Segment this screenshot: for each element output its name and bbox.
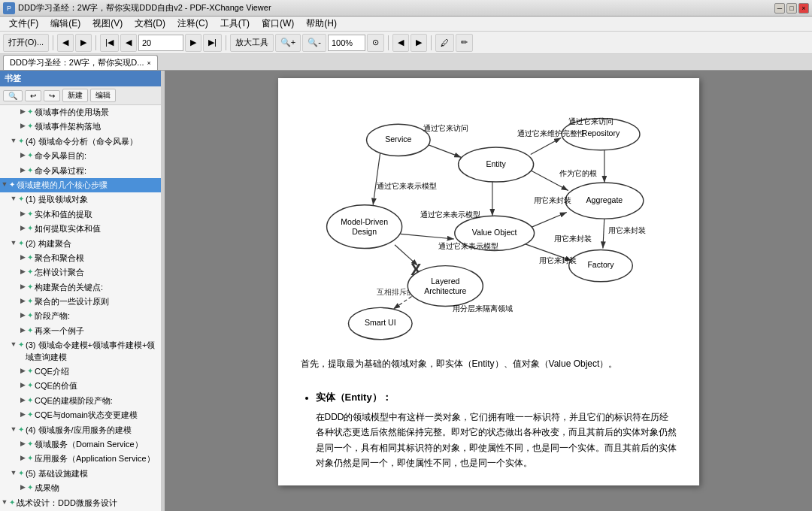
menu-view[interactable]: 视图(V) [86, 16, 129, 32]
menu-document[interactable]: 文档(D) [129, 16, 171, 32]
page-view[interactable]: X 互相排斥的选择 Service Entity Repository [165, 71, 812, 511]
sidebar-tree-item-s10[interactable]: ▼✦(2) 构建聚合 [0, 237, 161, 251]
bookmark-icon: ✦ [27, 310, 33, 321]
sidebar-icon-2[interactable]: ↩ [25, 90, 41, 101]
sidebar-tree-item-s5[interactable]: ▶✦命令风暴过程: [0, 164, 161, 178]
tree-item-label: 领域事件的使用场景 [35, 107, 161, 118]
tree-toggle-icon[interactable]: ▼ [9, 136, 18, 146]
menu-help[interactable]: 帮助(H) [300, 16, 343, 32]
sidebar-tree-item-s27[interactable]: ▼✦战术设计：DDD微服务设计 [0, 496, 161, 510]
tree-toggle-icon[interactable]: ▼ [9, 468, 18, 478]
bookmark-icon: ✦ [18, 136, 24, 147]
tree-toggle-icon[interactable]: ▼ [0, 497, 9, 507]
zoom-out-button[interactable]: 🔍- [302, 34, 326, 52]
tree-toggle-icon[interactable]: ▶ [18, 439, 27, 449]
arrow-label-access-2: 通过它来访问 [568, 117, 613, 125]
sidebar-tree-item-s20[interactable]: ▶✦CQE的建模阶段产物: [0, 394, 161, 408]
nav-btn-2[interactable]: ▶ [411, 34, 427, 52]
first-page-button[interactable]: |◀ [100, 34, 119, 52]
close-button[interactable]: × [798, 3, 809, 14]
tree-toggle-icon[interactable]: ▶ [18, 282, 27, 292]
sidebar-tree-item-s11[interactable]: ▶✦聚合和聚合根 [0, 251, 161, 265]
sidebar-icon-3[interactable]: ↪ [44, 90, 60, 101]
sidebar-tree-item-s26[interactable]: ▶✦成果物 [0, 481, 161, 495]
open-button[interactable]: 打开(O)... [3, 34, 49, 52]
tree-toggle-icon[interactable]: ▼ [9, 425, 18, 434]
tree-toggle-icon[interactable]: ▶ [18, 453, 27, 463]
nav-btn-1[interactable]: ◀ [392, 34, 409, 52]
sidebar-tree-item-s23[interactable]: ▶✦领域服务（Domain Service） [0, 437, 161, 452]
tree-toggle-icon[interactable]: ▶ [18, 325, 27, 335]
maximize-button[interactable]: □ [786, 3, 797, 14]
minimize-button[interactable]: ─ [774, 3, 785, 14]
tree-item-label: 领域事件架构落地 [35, 121, 161, 132]
sidebar-tree-item-s14[interactable]: ▶✦聚合的一些设计原则 [0, 295, 161, 309]
bookmark-icon: ✦ [18, 425, 24, 435]
forward-button[interactable]: ▶ [75, 34, 92, 52]
tree-toggle-icon[interactable]: ▶ [18, 209, 27, 219]
sidebar-tree-item-s7[interactable]: ▼✦(1) 提取领域对象 [0, 192, 161, 207]
tree-toggle-icon[interactable]: ▶ [18, 395, 27, 405]
tree-toggle-icon[interactable]: ▼ [0, 180, 9, 189]
sidebar-tree: ▶✦领域事件的使用场景▶✦领域事件架构落地▼✦(4) 领域命令分析（命令风暴）▶… [0, 105, 161, 511]
sidebar-tree-item-s2[interactable]: ▶✦领域事件架构落地 [0, 119, 161, 134]
menu-edit[interactable]: 编辑(E) [44, 16, 86, 32]
zoom-reset-button[interactable]: ⊙ [367, 34, 384, 52]
page-number-input[interactable] [138, 35, 183, 51]
tree-toggle-icon[interactable]: ▶ [18, 296, 27, 306]
tree-toggle-icon[interactable]: ▼ [9, 238, 18, 248]
zoom-percent-input[interactable] [328, 35, 365, 51]
tree-toggle-icon[interactable]: ▶ [18, 380, 27, 390]
sidebar-edit-button[interactable]: 编辑 [90, 89, 116, 102]
menu-annotate[interactable]: 注释(C) [171, 16, 214, 32]
sidebar-tree-item-s21[interactable]: ▶✦CQE与domain状态变更建模 [0, 408, 161, 422]
sidebar-tree-item-s15[interactable]: ▶✦阶段产物: [0, 309, 161, 323]
sidebar-tree-item-s9[interactable]: ▶✦如何提取实体和值 [0, 222, 161, 236]
sidebar-tree-item-s8[interactable]: ▶✦实体和值的提取 [0, 207, 161, 222]
sidebar-tree-item-s1[interactable]: ▶✦领域事件的使用场景 [0, 105, 161, 119]
tool-btn-2[interactable]: ✏ [456, 34, 473, 52]
tree-toggle-icon[interactable]: ▶ [18, 482, 27, 492]
tree-toggle-icon[interactable]: ▶ [18, 310, 27, 320]
sidebar-tree-item-s3[interactable]: ▼✦(4) 领域命令分析（命令风暴） [0, 135, 161, 149]
sidebar-icon-1[interactable]: 🔍 [3, 90, 23, 101]
sidebar-tree-item-s6[interactable]: ▼✦领域建模的几个核心步骤 [0, 178, 161, 192]
sidebar-tree-item-s4[interactable]: ▶✦命令风暴目的: [0, 149, 161, 163]
zoom-tool-button[interactable]: 放大工具 [230, 34, 274, 52]
last-page-button[interactable]: ▶| [203, 34, 222, 52]
prev-page-button[interactable]: ◀ [120, 34, 137, 52]
next-page-button[interactable]: ▶ [185, 34, 201, 52]
sidebar-tree-item-s12[interactable]: ▶✦怎样设计聚合 [0, 265, 161, 280]
sidebar-new-button[interactable]: 新建 [62, 89, 88, 102]
zoom-in-button[interactable]: 🔍+ [275, 34, 301, 52]
tree-item-label: 战术设计：DDD微服务设计 [17, 497, 161, 509]
tree-toggle-icon[interactable]: ▶ [18, 410, 27, 419]
sidebar-tree-item-s17[interactable]: ▼✦(3) 领域命令建模+领域事件建模+领域查询建模 [0, 338, 161, 364]
tree-toggle-icon[interactable]: ▶ [18, 252, 27, 262]
tree-toggle-icon[interactable]: ▼ [9, 340, 18, 349]
tree-toggle-icon[interactable]: ▶ [18, 267, 27, 277]
tab-close-button[interactable]: × [147, 59, 150, 67]
menu-tools[interactable]: 工具(T) [214, 16, 256, 32]
tree-toggle-icon[interactable]: ▶ [18, 150, 27, 160]
sidebar-tree-item-s19[interactable]: ▶✦CQE的价值 [0, 379, 161, 393]
tree-toggle-icon[interactable]: ▼ [9, 194, 18, 204]
tree-toggle-icon[interactable]: ▶ [18, 121, 27, 131]
tool-btn-1[interactable]: 🖊 [435, 34, 454, 52]
tree-toggle-icon[interactable]: ▶ [18, 107, 27, 116]
back-button[interactable]: ◀ [57, 34, 74, 52]
sidebar-tree-item-s22[interactable]: ▼✦(4) 领域服务/应用服务的建模 [0, 423, 161, 437]
menu-file[interactable]: 文件(F) [3, 16, 44, 32]
sidebar-tree-item-s16[interactable]: ▶✦再来一个例子 [0, 324, 161, 338]
menu-window[interactable]: 窗口(W) [256, 16, 300, 32]
sidebar-tree-item-s24[interactable]: ▶✦应用服务（Application Service） [0, 452, 161, 466]
sidebar-tree-item-s18[interactable]: ▶✦CQE介绍 [0, 364, 161, 379]
value-object-node-label: Value Object [471, 228, 517, 237]
svg-line-7 [529, 212, 566, 228]
document-tab[interactable]: DDD学习圣经：2W字，帮你实现D... × [3, 55, 158, 70]
tree-toggle-icon[interactable]: ▶ [18, 165, 27, 175]
sidebar-tree-item-s25[interactable]: ▼✦(5) 基础设施建模 [0, 467, 161, 481]
tree-toggle-icon[interactable]: ▶ [18, 223, 27, 233]
tree-toggle-icon[interactable]: ▶ [18, 366, 27, 376]
sidebar-tree-item-s13[interactable]: ▶✦构建聚合的关键点: [0, 280, 161, 295]
